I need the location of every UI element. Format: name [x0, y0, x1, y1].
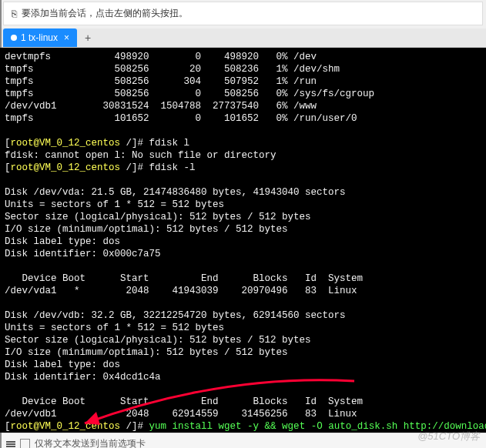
menu-icon[interactable]	[6, 440, 15, 448]
status-dot-icon	[11, 35, 17, 41]
tab-close-button[interactable]: ×	[64, 32, 69, 43]
tab-bar: 1 tx-linux × +	[0, 28, 486, 48]
tab-session[interactable]: 1 tx-linux ×	[3, 28, 77, 47]
tab-add-button[interactable]: +	[77, 28, 99, 47]
status-text: 仅将文本发送到当前选项卡	[35, 437, 146, 448]
terminal[interactable]: devtmpfs 498920 0 498920 0% /dev tmpfs 5…	[0, 48, 486, 433]
send-all-checkbox[interactable]	[20, 439, 30, 448]
hint-bar: ⎘ 要添加当前会话，点击左侧的箭头按扭。	[3, 2, 483, 25]
status-bar: 仅将文本发送到当前选项卡	[0, 433, 486, 448]
hint-text: 要添加当前会话，点击左侧的箭头按扭。	[22, 7, 188, 20]
tab-label: 1 tx-linux	[21, 32, 58, 43]
share-icon: ⎘	[12, 8, 17, 19]
